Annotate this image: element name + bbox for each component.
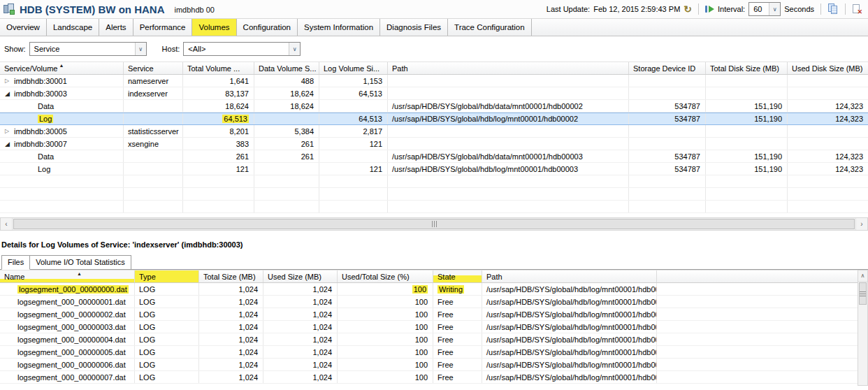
column-header-name[interactable]: Name▲ xyxy=(0,270,135,282)
chevron-down-icon[interactable]: ∨ xyxy=(289,43,300,55)
details-tab-files[interactable]: Files xyxy=(1,255,30,270)
table-row[interactable]: logsegment_000_00000004.datLOG1,0241,024… xyxy=(0,333,858,346)
empty-cell xyxy=(388,175,629,187)
volume-name: imdbhdb:30003 xyxy=(14,89,67,98)
cell-log: 1,153 xyxy=(319,75,388,87)
scroll-up-button[interactable]: ∧ xyxy=(858,270,867,282)
column-header-pct[interactable]: Used/Total Size (%) xyxy=(338,270,433,282)
tab-trace-configuration[interactable]: Trace Configuration xyxy=(448,19,532,36)
cell-storage: 534787 xyxy=(629,100,706,112)
column-header-type[interactable]: Type xyxy=(135,270,199,282)
column-header-log[interactable]: Log Volume Si... xyxy=(319,62,388,74)
column-header-path[interactable]: Path xyxy=(482,270,657,282)
table-row[interactable]: Log121121/usr/sap/HDB/SYS/global/hdb/log… xyxy=(0,163,868,175)
cell-total: 1,024 xyxy=(199,296,263,308)
horizontal-scroll-track[interactable] xyxy=(13,218,855,230)
tab-performance[interactable]: Performance xyxy=(133,19,193,36)
scroll-left-button[interactable]: ‹ xyxy=(1,218,13,230)
volume-name: imdbhdb:30005 xyxy=(14,127,67,136)
tab-volumes[interactable]: Volumes xyxy=(192,19,236,36)
toolbar-separator xyxy=(845,3,846,15)
tab-diagnosis-files[interactable]: Diagnosis Files xyxy=(380,19,448,36)
table-row[interactable]: logsegment_000_00000001.datLOG1,0241,024… xyxy=(0,296,858,308)
cell-disk_total: 151,190 xyxy=(706,113,788,124)
tab-alerts[interactable]: Alerts xyxy=(99,19,133,36)
column-header-state[interactable]: State xyxy=(433,270,482,282)
column-header-name[interactable]: Service/Volume▲ xyxy=(0,62,124,74)
scroll-right-button[interactable]: › xyxy=(855,218,867,230)
column-header-service[interactable]: Service xyxy=(124,62,183,74)
cell-name: Data xyxy=(0,100,124,112)
cell-disk_used: 124,323 xyxy=(788,113,868,124)
cell-total: 383 xyxy=(183,138,254,150)
column-header-total[interactable]: Total Volume ... xyxy=(183,62,254,74)
cell-pct: 100 xyxy=(338,283,433,295)
collapse-icon[interactable]: ◢ xyxy=(5,90,14,97)
cell-total: 1,024 xyxy=(199,371,263,383)
table-row[interactable]: ▷imdbhdb:30005statisticsserver8,2015,384… xyxy=(0,125,868,138)
column-header-total[interactable]: Total Size (MB) xyxy=(199,270,263,282)
page-title: HDB (SYSTEM) BW on HANA xyxy=(20,3,164,15)
cell-disk_total xyxy=(706,125,788,137)
empty-cell xyxy=(254,175,319,187)
table-row[interactable]: logsegment_000_00000002.datLOG1,0241,024… xyxy=(0,308,858,321)
tab-system-information[interactable]: System Information xyxy=(298,19,380,36)
cell-type: LOG xyxy=(135,283,199,295)
tab-overview[interactable]: Overview xyxy=(0,19,47,36)
table-row[interactable]: logsegment_000_00000003.datLOG1,0241,024… xyxy=(0,321,858,333)
chevron-down-icon[interactable]: ∨ xyxy=(135,43,146,55)
details-tab-volume-i-o-total-statistics[interactable]: Volume I/O Total Statistics xyxy=(30,255,131,270)
tab-configuration[interactable]: Configuration xyxy=(237,19,298,36)
refresh-icon[interactable]: ↻ xyxy=(683,4,692,14)
cell-path: /usr/sap/HDB/SYS/global/hdb/log/mnt00001… xyxy=(482,359,657,370)
cell-pct: 100 xyxy=(338,371,433,383)
host-select[interactable]: <All> ∨ xyxy=(183,42,301,56)
show-select[interactable]: Service ∨ xyxy=(29,42,147,56)
close-document-icon[interactable]: ✕ xyxy=(852,4,862,15)
column-header-storage[interactable]: Storage Device ID xyxy=(629,62,706,74)
horizontal-scroll-thumb[interactable] xyxy=(13,219,855,229)
column-header-disk_total[interactable]: Total Disk Size (MB) xyxy=(706,62,788,74)
cell-disk_total: 151,190 xyxy=(706,100,788,112)
table-row[interactable]: logsegment_000_00000005.datLOG1,0241,024… xyxy=(0,346,858,359)
copy-icon[interactable] xyxy=(827,3,839,15)
table-row[interactable]: ◢imdbhdb:30007xsengine383261121 xyxy=(0,138,868,150)
interval-select[interactable]: 60 ∨ xyxy=(748,2,781,16)
expand-icon[interactable]: ▷ xyxy=(5,128,14,134)
empty-cell xyxy=(788,175,868,187)
cell-disk_used xyxy=(788,138,868,150)
table-row[interactable]: logsegment_000_00000006.datLOG1,0241,024… xyxy=(0,359,858,371)
empty-row xyxy=(0,201,868,213)
horizontal-scrollbar[interactable]: ‹ › xyxy=(0,217,868,231)
cell-used: 1,024 xyxy=(263,346,338,358)
cell-path: /usr/sap/HDB/SYS/global/hdb/log/mnt00001… xyxy=(482,308,657,320)
column-header-path[interactable]: Path xyxy=(388,62,629,74)
cell-type: LOG xyxy=(135,321,199,333)
cell-disk_used xyxy=(788,87,868,99)
chevron-down-icon[interactable]: ∨ xyxy=(769,3,780,15)
column-header-used[interactable]: Used Size (MB) xyxy=(263,270,338,282)
column-header-disk_used[interactable]: Used Disk Size (MB) xyxy=(788,62,868,74)
table-row[interactable]: Data18,62418,624/usr/sap/HDB/SYS/global/… xyxy=(0,100,868,113)
cell-pct: 100 xyxy=(338,333,433,345)
table-row[interactable]: Data261261/usr/sap/HDB/SYS/global/hdb/da… xyxy=(0,150,868,163)
table-row[interactable]: ▷imdbhdb:30001nameserver1,6414881,153 xyxy=(0,75,868,87)
table-row[interactable]: logsegment_000_00000000.datLOG1,0241,024… xyxy=(0,283,858,296)
run-interval-icon[interactable] xyxy=(705,6,714,13)
table-row[interactable]: logsegment_000_00000007.datLOG1,0241,024… xyxy=(0,371,858,384)
table-row[interactable]: ◢imdbhdb:30003indexserver83,13718,62464,… xyxy=(0,87,868,100)
cell-name: Data xyxy=(0,150,124,162)
cell-pct: 100 xyxy=(338,308,433,320)
cell-storage xyxy=(629,125,706,137)
expand-icon[interactable]: ▷ xyxy=(5,78,14,84)
cell-storage xyxy=(629,75,706,87)
column-header-data[interactable]: Data Volume S... xyxy=(254,62,319,74)
vertical-scroll-thumb[interactable] xyxy=(859,282,867,305)
collapse-icon[interactable]: ◢ xyxy=(5,140,14,147)
table-row[interactable]: Log64,51364,513/usr/sap/HDB/SYS/global/h… xyxy=(0,113,868,125)
tab-landscape[interactable]: Landscape xyxy=(47,19,99,36)
cell-name: Log xyxy=(0,163,124,175)
cell-path: /usr/sap/HDB/SYS/global/hdb/log/mnt00001… xyxy=(388,163,629,175)
vertical-scrollbar[interactable]: ∧ xyxy=(858,270,868,386)
highlighted-value: Writing xyxy=(437,285,464,294)
